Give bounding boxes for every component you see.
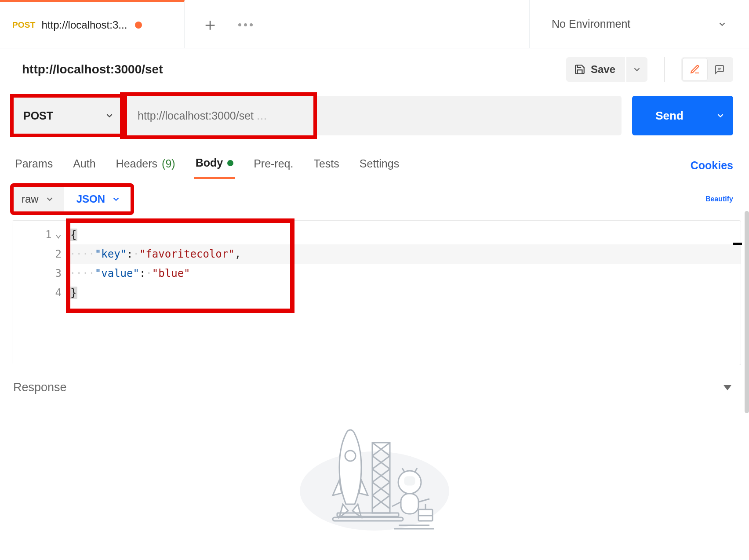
send-options-button[interactable] — [707, 96, 733, 135]
tab-tests-label: Tests — [313, 157, 339, 170]
tab-body[interactable]: Body — [194, 152, 236, 179]
beautify-link[interactable]: Beautify — [705, 195, 733, 203]
unsaved-indicator-icon — [135, 22, 142, 29]
line-number: 1 — [45, 229, 51, 241]
tab-method: POST — [12, 20, 36, 30]
chevron-down-icon — [632, 65, 642, 74]
request-title[interactable]: http://localhost:3000/set — [22, 62, 559, 76]
fold-icon[interactable]: ⌄ — [55, 224, 62, 244]
url-container: POST http://localhost:3000/set … — [12, 96, 622, 135]
line-number: 4 — [55, 287, 62, 299]
http-method-label: POST — [23, 109, 53, 122]
tab-title: http://localhost:3... — [42, 19, 127, 31]
pencil-icon — [690, 64, 700, 75]
request-tabs: Params Auth Headers (9) Body Pre-req. Te… — [0, 142, 749, 179]
response-label: Response — [13, 381, 67, 394]
svg-rect-21 — [401, 494, 418, 514]
titlebar: http://localhost:3000/set Save — [0, 48, 749, 96]
body-mode-label: raw — [22, 193, 39, 205]
chevron-down-icon — [111, 194, 121, 204]
comment-view-button[interactable] — [707, 58, 732, 80]
response-placeholder — [0, 400, 749, 560]
body-active-indicator-icon — [227, 160, 233, 166]
url-row: POST http://localhost:3000/set … Send — [0, 96, 749, 142]
body-options-row: raw JSON Beautify — [0, 179, 749, 220]
code-token: { — [69, 229, 77, 241]
chevron-down-icon — [105, 111, 114, 120]
code-token: "favoritecolor" — [139, 248, 235, 260]
send-group: Send — [632, 96, 733, 135]
chevron-down-icon — [45, 194, 55, 204]
request-tab[interactable]: POST http://localhost:3... — [0, 0, 185, 48]
code-token: "key" — [95, 248, 127, 260]
tab-prereq[interactable]: Pre-req. — [252, 153, 295, 178]
tab-actions: ＋ — [185, 15, 253, 33]
tab-tests[interactable]: Tests — [312, 153, 341, 178]
new-tab-icon[interactable]: ＋ — [201, 15, 219, 33]
beautify-link-label: Beautify — [705, 195, 733, 203]
code-token: "blue" — [152, 267, 190, 280]
edit-view-button[interactable] — [683, 58, 707, 80]
code-token: "value" — [95, 267, 139, 280]
save-options-button[interactable] — [626, 57, 647, 82]
save-button[interactable]: Save — [566, 57, 625, 82]
save-button-label: Save — [591, 63, 615, 76]
cookies-link[interactable]: Cookies — [691, 159, 733, 172]
code-token: } — [69, 287, 77, 299]
line-number: 2 — [55, 248, 62, 260]
tab-params-label: Params — [15, 157, 53, 170]
topbar: POST http://localhost:3... ＋ No Environm… — [0, 0, 749, 48]
body-type-group: raw JSON — [12, 185, 132, 213]
tab-auth[interactable]: Auth — [71, 153, 97, 178]
more-tabs-icon[interactable] — [238, 22, 253, 26]
response-header[interactable]: Response — [0, 369, 749, 400]
tab-headers-label: Headers — [116, 157, 158, 170]
send-button-label: Send — [655, 109, 684, 123]
save-group: Save — [566, 57, 647, 82]
tab-body-label: Body — [196, 156, 223, 169]
body-editor[interactable]: 1⌄ 2 3 4 { ····"key":·"favoritecolor", ·… — [12, 220, 741, 365]
svg-rect-18 — [405, 477, 414, 485]
tab-settings[interactable]: Settings — [358, 153, 401, 178]
environment-selector[interactable]: No Environment — [529, 0, 749, 48]
headers-count: (9) — [162, 157, 175, 170]
cookies-link-label: Cookies — [691, 159, 733, 171]
svg-point-3 — [345, 451, 356, 461]
http-method-select[interactable]: POST — [12, 96, 125, 135]
chevron-down-icon — [716, 111, 725, 120]
chevron-down-icon — [717, 19, 727, 29]
rocket-illustration-icon — [298, 416, 451, 531]
url-input-wrap: http://localhost:3000/set … — [125, 96, 622, 135]
tab-params[interactable]: Params — [13, 153, 55, 178]
collapse-icon[interactable] — [724, 385, 731, 390]
highlight-box — [122, 94, 315, 137]
body-language-label: JSON — [76, 193, 105, 205]
body-language-select[interactable]: JSON — [64, 185, 132, 213]
tab-prereq-label: Pre-req. — [254, 157, 293, 170]
scrollbar[interactable] — [745, 211, 749, 413]
editor-code[interactable]: { ····"key":·"favoritecolor", ····"value… — [69, 221, 741, 365]
tab-auth-label: Auth — [73, 157, 95, 170]
tab-settings-label: Settings — [360, 157, 399, 170]
tab-headers[interactable]: Headers (9) — [114, 153, 177, 178]
send-button[interactable]: Send — [632, 96, 707, 135]
line-number: 3 — [55, 267, 62, 280]
cursor-indicator — [733, 243, 742, 245]
view-toggle — [681, 57, 733, 82]
editor-gutter: 1⌄ 2 3 4 — [12, 221, 69, 365]
environment-label: No Environment — [552, 18, 630, 30]
divider — [664, 57, 665, 82]
body-mode-select[interactable]: raw — [12, 185, 64, 213]
save-icon — [574, 64, 585, 75]
comment-icon — [714, 64, 725, 75]
